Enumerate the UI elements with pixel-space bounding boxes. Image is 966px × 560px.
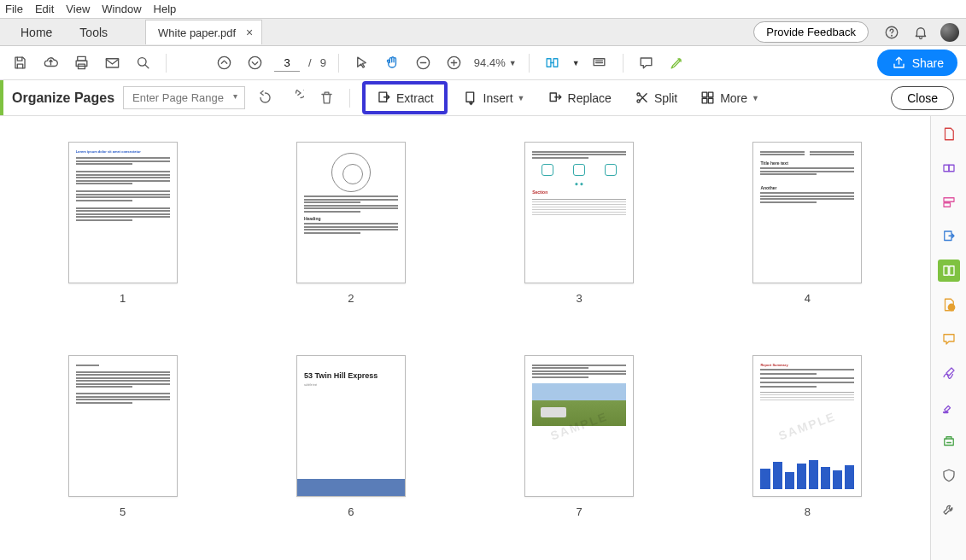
svg-point-28	[948, 304, 955, 311]
page-thumbnail[interactable]: Heading 2	[296, 142, 406, 321]
rail-sign-icon[interactable]	[938, 362, 960, 384]
svg-rect-5	[106, 59, 118, 67]
page-separator: /	[308, 56, 312, 69]
hand-tool-icon[interactable]	[382, 52, 404, 74]
page-number-input[interactable]	[274, 55, 300, 72]
page-thumbnails-grid: Lorem ipsum dolor sit amet consectetur 1…	[0, 116, 930, 560]
search-icon[interactable]	[132, 52, 154, 74]
svg-rect-17	[702, 92, 707, 97]
extract-button[interactable]: Extract	[362, 81, 448, 114]
page-number-label: 4	[805, 292, 811, 305]
highlight-icon[interactable]	[666, 52, 688, 74]
user-avatar[interactable]	[940, 23, 959, 42]
page-up-icon[interactable]	[213, 52, 235, 74]
tab-home[interactable]: Home	[7, 20, 66, 44]
page-range-select[interactable]: Enter Page Range	[123, 86, 245, 109]
page-number-label: 7	[577, 505, 583, 518]
menu-window[interactable]: Window	[102, 3, 141, 15]
rail-create-pdf-icon[interactable]	[938, 123, 960, 145]
page-number-label: 3	[577, 292, 583, 305]
svg-point-7	[218, 56, 230, 68]
delete-icon[interactable]	[315, 87, 337, 109]
zoom-in-icon[interactable]	[443, 52, 465, 74]
page-number-label: 8	[805, 505, 811, 518]
page-thumbnail[interactable]: 5	[68, 355, 178, 534]
page-number-label: 6	[348, 505, 354, 518]
tab-bar: Home Tools White paper.pdf × Provide Fee…	[0, 19, 966, 46]
rail-fill-sign-icon[interactable]	[938, 294, 960, 316]
close-tab-icon[interactable]: ×	[246, 26, 253, 39]
svg-rect-26	[944, 266, 948, 276]
main-area: Lorem ipsum dolor sit amet consectetur 1…	[0, 116, 966, 560]
email-icon[interactable]	[101, 52, 123, 74]
provide-feedback-button[interactable]: Provide Feedback	[753, 21, 869, 43]
page-down-icon[interactable]	[243, 52, 266, 74]
rail-combine-icon[interactable]	[938, 157, 960, 179]
tools-rail	[930, 116, 966, 560]
rail-organize-icon[interactable]	[938, 260, 960, 282]
cloud-icon[interactable]	[39, 52, 61, 74]
replace-button[interactable]: Replace	[541, 85, 618, 110]
rotate-right-icon[interactable]	[284, 87, 307, 109]
split-button[interactable]: Split	[627, 85, 684, 110]
rail-comment-icon[interactable]	[938, 328, 960, 350]
page-number-label: 1	[120, 292, 126, 305]
close-button[interactable]: Close	[891, 86, 954, 110]
organize-title: Organize Pages	[0, 90, 114, 106]
rail-redact-icon[interactable]	[938, 396, 960, 418]
save-icon[interactable]	[9, 52, 31, 74]
menu-view[interactable]: View	[66, 3, 90, 15]
rail-export-icon[interactable]	[938, 225, 960, 248]
tab-document[interactable]: White paper.pdf ×	[145, 20, 262, 44]
svg-rect-18	[708, 92, 713, 97]
page-thumbnail[interactable]: 53 Twin Hill Express subtitle text 6	[296, 355, 406, 534]
rail-edit-icon[interactable]	[938, 191, 960, 213]
svg-point-8	[249, 56, 261, 68]
menu-file[interactable]: File	[5, 3, 23, 15]
zoom-select[interactable]: 94.4%▼	[474, 56, 517, 69]
page-number-label: 2	[348, 292, 354, 305]
page-number-label: 5	[120, 505, 126, 518]
main-toolbar: / 9 94.4%▼ ▼ Share	[0, 46, 966, 80]
svg-rect-29	[944, 439, 953, 446]
svg-rect-22	[949, 165, 954, 172]
page-thumbnail[interactable]: ◆ ◆ Section 3	[524, 142, 634, 321]
page-thumbnail[interactable]: SAMPLE 7	[524, 355, 634, 534]
tab-document-label: White paper.pdf	[158, 26, 236, 39]
zoom-out-icon[interactable]	[413, 52, 435, 74]
page-thumbnail[interactable]: Title here text Another 4	[752, 142, 862, 321]
read-mode-icon[interactable]	[588, 52, 611, 74]
menu-edit[interactable]: Edit	[35, 3, 54, 15]
organize-toolbar: Organize Pages Enter Page Range Extract …	[0, 80, 966, 116]
fit-dropdown-icon[interactable]: ▼	[572, 59, 580, 67]
help-icon[interactable]	[882, 23, 901, 42]
page-thumbnail[interactable]: Report Summary SAMPLE 8	[752, 355, 862, 534]
svg-rect-23	[944, 198, 954, 202]
svg-rect-11	[594, 59, 605, 66]
svg-rect-2	[77, 56, 85, 61]
fit-width-icon[interactable]	[542, 52, 564, 74]
rail-more-tools-icon[interactable]	[938, 499, 960, 521]
svg-rect-20	[708, 98, 713, 103]
svg-rect-19	[702, 98, 707, 103]
tab-tools[interactable]: Tools	[66, 20, 121, 44]
rail-scan-icon[interactable]	[938, 430, 960, 452]
svg-point-1	[892, 35, 893, 36]
svg-rect-21	[944, 165, 949, 172]
bell-icon[interactable]	[911, 23, 930, 42]
rail-protect-icon[interactable]	[938, 464, 960, 487]
svg-rect-27	[949, 266, 953, 276]
comment-icon[interactable]	[635, 52, 658, 74]
print-icon[interactable]	[70, 52, 92, 74]
insert-button[interactable]: Insert▼	[456, 85, 532, 110]
page-thumbnail[interactable]: Lorem ipsum dolor sit amet consectetur 1	[68, 142, 178, 321]
page-total: 9	[320, 56, 326, 69]
svg-rect-13	[466, 92, 474, 102]
rotate-left-icon[interactable]	[254, 87, 276, 109]
selection-tool-icon[interactable]	[351, 52, 373, 74]
menu-bar: File Edit View Window Help	[0, 0, 966, 19]
svg-rect-24	[944, 203, 951, 207]
share-button[interactable]: Share	[877, 50, 957, 76]
more-button[interactable]: More▼	[693, 85, 766, 110]
menu-help[interactable]: Help	[154, 3, 177, 15]
